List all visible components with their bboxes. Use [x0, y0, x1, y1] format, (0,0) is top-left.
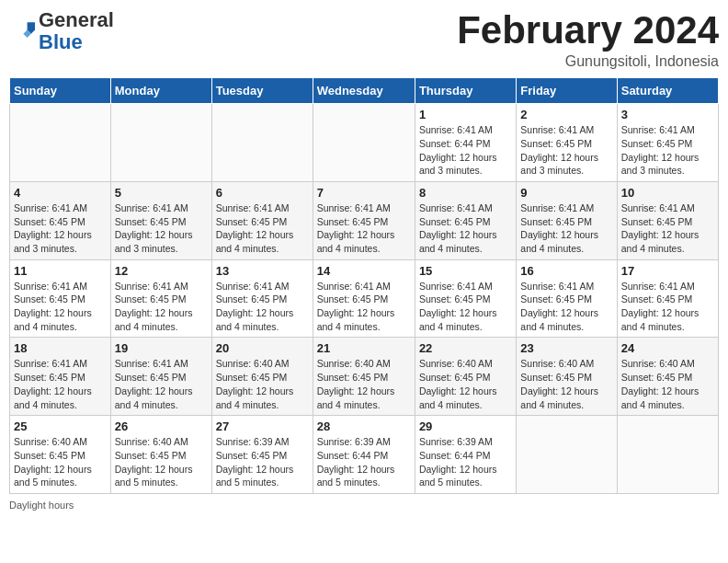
day-number: 12: [115, 264, 208, 278]
day-number: 3: [621, 108, 714, 121]
day-number: 19: [115, 341, 208, 355]
day-number: 27: [216, 419, 309, 433]
day-number: 2: [520, 108, 612, 121]
calendar-cell: 24Sunrise: 6:40 AMSunset: 6:45 PMDayligh…: [617, 338, 718, 416]
day-info: Sunrise: 6:41 AMSunset: 6:45 PMDaylight:…: [14, 201, 107, 256]
calendar-cell: [211, 104, 313, 182]
day-info: Sunrise: 6:39 AMSunset: 6:44 PMDaylight:…: [419, 435, 512, 489]
calendar-cell: 8Sunrise: 6:41 AMSunset: 6:45 PMDaylight…: [415, 181, 516, 259]
day-number: 6: [216, 186, 309, 200]
day-number: 21: [317, 341, 411, 355]
calendar-week-row: 1Sunrise: 6:41 AMSunset: 6:44 PMDaylight…: [10, 104, 719, 182]
calendar-cell: 3Sunrise: 6:41 AMSunset: 6:45 PMDaylight…: [617, 104, 718, 182]
day-info: Sunrise: 6:41 AMSunset: 6:45 PMDaylight:…: [520, 123, 612, 178]
calendar-week-row: 18Sunrise: 6:41 AMSunset: 6:45 PMDayligh…: [10, 338, 719, 416]
day-info: Sunrise: 6:41 AMSunset: 6:45 PMDaylight:…: [419, 280, 512, 334]
day-number: 29: [419, 419, 512, 433]
calendar-cell: 14Sunrise: 6:41 AMSunset: 6:45 PMDayligh…: [313, 259, 415, 338]
calendar-cell: 17Sunrise: 6:41 AMSunset: 6:45 PMDayligh…: [617, 259, 718, 338]
calendar-table: SundayMondayTuesdayWednesdayThursdayFrid…: [9, 77, 719, 494]
day-number: 17: [621, 264, 714, 278]
day-number: 23: [520, 341, 612, 355]
month-title: February 2024: [457, 9, 719, 52]
day-info: Sunrise: 6:39 AMSunset: 6:45 PMDaylight:…: [216, 435, 309, 489]
day-info: Sunrise: 6:41 AMSunset: 6:45 PMDaylight:…: [621, 280, 714, 334]
day-number: 15: [419, 264, 512, 278]
day-info: Sunrise: 6:41 AMSunset: 6:45 PMDaylight:…: [419, 201, 512, 256]
day-info: Sunrise: 6:41 AMSunset: 6:45 PMDaylight:…: [216, 201, 309, 256]
day-info: Sunrise: 6:40 AMSunset: 6:45 PMDaylight:…: [14, 435, 107, 489]
day-number: 5: [115, 186, 208, 200]
calendar-header-row: SundayMondayTuesdayWednesdayThursdayFrid…: [10, 78, 719, 104]
day-number: 18: [14, 341, 107, 355]
calendar-cell: 23Sunrise: 6:40 AMSunset: 6:45 PMDayligh…: [517, 338, 617, 416]
calendar-weekday-monday: Monday: [110, 78, 211, 104]
calendar-cell: 29Sunrise: 6:39 AMSunset: 6:44 PMDayligh…: [415, 416, 516, 494]
calendar-week-row: 11Sunrise: 6:41 AMSunset: 6:45 PMDayligh…: [10, 259, 719, 338]
day-number: 20: [216, 341, 309, 355]
logo-text: General Blue: [39, 9, 114, 53]
calendar-cell: 28Sunrise: 6:39 AMSunset: 6:44 PMDayligh…: [313, 416, 415, 494]
day-number: 4: [14, 186, 107, 200]
day-number: 7: [317, 186, 411, 200]
calendar-cell: 11Sunrise: 6:41 AMSunset: 6:45 PMDayligh…: [10, 259, 111, 338]
calendar-weekday-friday: Friday: [517, 78, 617, 104]
calendar-cell: 22Sunrise: 6:40 AMSunset: 6:45 PMDayligh…: [415, 338, 516, 416]
calendar-cell: 21Sunrise: 6:40 AMSunset: 6:45 PMDayligh…: [313, 338, 415, 416]
calendar-cell: 18Sunrise: 6:41 AMSunset: 6:45 PMDayligh…: [10, 338, 111, 416]
calendar-cell: 27Sunrise: 6:39 AMSunset: 6:45 PMDayligh…: [211, 416, 313, 494]
calendar-cell: [313, 104, 415, 182]
day-info: Sunrise: 6:41 AMSunset: 6:45 PMDaylight:…: [14, 357, 107, 411]
calendar-cell: 6Sunrise: 6:41 AMSunset: 6:45 PMDaylight…: [211, 181, 313, 259]
day-number: 25: [14, 419, 107, 433]
day-number: 13: [216, 264, 309, 278]
calendar-cell: [110, 104, 211, 182]
title-block: February 2024 Gunungsitoli, Indonesia: [457, 9, 719, 70]
logo-blue: Blue: [39, 30, 83, 53]
calendar-cell: 15Sunrise: 6:41 AMSunset: 6:45 PMDayligh…: [415, 259, 516, 338]
day-info: Sunrise: 6:41 AMSunset: 6:45 PMDaylight:…: [216, 280, 309, 334]
location: Gunungsitoli, Indonesia: [457, 53, 719, 70]
day-number: 8: [419, 186, 512, 200]
logo: General Blue: [9, 9, 114, 53]
page-header: General Blue February 2024 Gunungsitoli,…: [9, 9, 719, 70]
day-info: Sunrise: 6:41 AMSunset: 6:45 PMDaylight:…: [317, 280, 411, 334]
generalblue-logo-icon: [9, 18, 35, 44]
calendar-weekday-thursday: Thursday: [415, 78, 516, 104]
day-info: Sunrise: 6:41 AMSunset: 6:45 PMDaylight:…: [115, 201, 208, 256]
calendar-weekday-wednesday: Wednesday: [313, 78, 415, 104]
day-number: 9: [520, 186, 612, 200]
logo-general: General: [39, 8, 114, 31]
day-info: Sunrise: 6:40 AMSunset: 6:45 PMDaylight:…: [317, 357, 411, 411]
day-number: 10: [621, 186, 714, 200]
day-info: Sunrise: 6:41 AMSunset: 6:45 PMDaylight:…: [621, 123, 714, 178]
calendar-cell: 19Sunrise: 6:41 AMSunset: 6:45 PMDayligh…: [110, 338, 211, 416]
daylight-hours-label: Daylight hours: [9, 500, 74, 511]
calendar-cell: [517, 416, 617, 494]
calendar-cell: 4Sunrise: 6:41 AMSunset: 6:45 PMDaylight…: [10, 181, 111, 259]
calendar-cell: 1Sunrise: 6:41 AMSunset: 6:44 PMDaylight…: [415, 104, 516, 182]
calendar-week-row: 25Sunrise: 6:40 AMSunset: 6:45 PMDayligh…: [10, 416, 719, 494]
day-info: Sunrise: 6:41 AMSunset: 6:45 PMDaylight:…: [520, 280, 612, 334]
day-info: Sunrise: 6:41 AMSunset: 6:45 PMDaylight:…: [621, 201, 714, 256]
day-info: Sunrise: 6:41 AMSunset: 6:45 PMDaylight:…: [115, 357, 208, 411]
calendar-cell: 12Sunrise: 6:41 AMSunset: 6:45 PMDayligh…: [110, 259, 211, 338]
calendar-cell: 13Sunrise: 6:41 AMSunset: 6:45 PMDayligh…: [211, 259, 313, 338]
calendar-cell: 25Sunrise: 6:40 AMSunset: 6:45 PMDayligh…: [10, 416, 111, 494]
day-number: 22: [419, 341, 512, 355]
calendar-cell: 7Sunrise: 6:41 AMSunset: 6:45 PMDaylight…: [313, 181, 415, 259]
calendar-weekday-saturday: Saturday: [617, 78, 718, 104]
calendar-cell: 20Sunrise: 6:40 AMSunset: 6:45 PMDayligh…: [211, 338, 313, 416]
day-info: Sunrise: 6:39 AMSunset: 6:44 PMDaylight:…: [317, 435, 411, 489]
day-info: Sunrise: 6:40 AMSunset: 6:45 PMDaylight:…: [115, 435, 208, 489]
calendar-weekday-tuesday: Tuesday: [211, 78, 313, 104]
day-number: 1: [419, 108, 512, 121]
day-info: Sunrise: 6:40 AMSunset: 6:45 PMDaylight:…: [419, 357, 512, 411]
day-number: 16: [520, 264, 612, 278]
calendar-cell: 26Sunrise: 6:40 AMSunset: 6:45 PMDayligh…: [110, 416, 211, 494]
day-info: Sunrise: 6:40 AMSunset: 6:45 PMDaylight:…: [621, 357, 714, 411]
footer-note: Daylight hours: [9, 500, 719, 511]
calendar-week-row: 4Sunrise: 6:41 AMSunset: 6:45 PMDaylight…: [10, 181, 719, 259]
calendar-cell: 9Sunrise: 6:41 AMSunset: 6:45 PMDaylight…: [517, 181, 617, 259]
calendar-cell: 2Sunrise: 6:41 AMSunset: 6:45 PMDaylight…: [517, 104, 617, 182]
